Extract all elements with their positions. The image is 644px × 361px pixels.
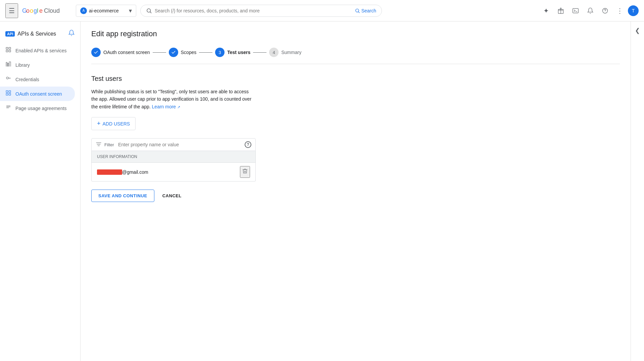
help-icon-button[interactable]: [598, 4, 612, 17]
search-bar: Search: [140, 5, 382, 17]
step-divider-2: [199, 52, 212, 53]
step3-label: Test users: [227, 50, 250, 55]
svg-text:Cloud: Cloud: [44, 7, 60, 14]
action-buttons: SAVE AND CONTINUE CANCEL: [91, 190, 620, 202]
main-content: Edit app registration OAuth consent scre…: [81, 21, 631, 361]
api-badge: API: [5, 31, 15, 37]
step-divider-1: [153, 52, 166, 53]
gift-icon: [557, 7, 564, 14]
add-users-label: ADD USERS: [103, 121, 130, 126]
svg-text:o: o: [30, 7, 33, 14]
cancel-button[interactable]: CANCEL: [160, 190, 184, 202]
oauth-icon: [5, 90, 11, 98]
stepper: OAuth consent screen Scopes 3 Test users: [91, 48, 620, 64]
filter-input[interactable]: [118, 142, 242, 147]
help-icon: [602, 7, 608, 14]
email-suffix: @gmail.com: [122, 169, 148, 175]
filter-lines-icon: [96, 142, 102, 147]
sidebar-bell-icon[interactable]: [68, 30, 75, 38]
step4-circle: 4: [269, 48, 279, 57]
table-header: User information: [92, 151, 255, 163]
top-nav: ☰ G o o g l e Cloud A ai-ecommerce ▾ Sea…: [0, 0, 644, 21]
svg-rect-19: [9, 50, 11, 52]
trash-icon: [242, 168, 248, 174]
svg-point-15: [605, 12, 605, 12]
check-icon: [94, 50, 98, 55]
enabled-icon: [5, 47, 11, 54]
filter-bar: Filter ?: [91, 138, 256, 151]
check-icon-2: [171, 50, 176, 55]
gift-icon-button[interactable]: [554, 4, 567, 17]
terminal-icon: [572, 7, 579, 14]
sidebar-header: API APIs & Services: [0, 27, 80, 43]
save-and-continue-button[interactable]: SAVE AND CONTINUE: [91, 190, 154, 202]
step1-circle: [91, 48, 101, 57]
collapse-icon: ❮: [635, 27, 640, 34]
search-button-icon: [355, 8, 360, 13]
sidebar-item-oauth[interactable]: OAuth consent screen: [0, 87, 75, 101]
svg-rect-12: [573, 8, 579, 13]
section-title: Test users: [91, 75, 620, 83]
project-dot: A: [80, 7, 87, 14]
sidebar-item-page-usage-label: Page usage agreements: [15, 106, 67, 111]
search-input[interactable]: [155, 8, 352, 13]
add-users-button[interactable]: + ADD USERS: [91, 117, 136, 130]
sidebar-item-library-label: Library: [15, 62, 30, 68]
step-oauth-consent: OAuth consent screen: [91, 48, 150, 57]
bell-icon-button[interactable]: [584, 4, 597, 17]
svg-rect-22: [9, 91, 11, 92]
help-circle-icon[interactable]: ?: [245, 141, 251, 148]
table-row: XXXXXXXX@gmail.com: [92, 163, 255, 181]
right-panel-toggle[interactable]: ❮: [631, 21, 644, 361]
svg-point-20: [6, 77, 8, 79]
google-cloud-svg: G o o g l e Cloud: [22, 7, 69, 14]
search-icon: [146, 8, 152, 14]
more-icon-button[interactable]: ⋮: [613, 4, 627, 17]
filter-icon: [96, 142, 102, 148]
svg-rect-16: [6, 47, 8, 49]
svg-rect-18: [6, 50, 8, 52]
sidebar-item-credentials[interactable]: Credentials: [0, 72, 75, 87]
sidebar-item-library[interactable]: Library: [0, 58, 75, 72]
terminal-icon-button[interactable]: [569, 4, 582, 17]
step1-label: OAuth consent screen: [103, 50, 150, 55]
svg-text:o: o: [26, 7, 30, 14]
star-icon-button[interactable]: ✦: [539, 4, 553, 17]
section-description: While publishing status is set to "Testi…: [91, 88, 256, 110]
search-button[interactable]: Search: [355, 8, 376, 13]
sidebar-item-page-usage[interactable]: Page usage agreements: [0, 101, 75, 115]
menu-icon[interactable]: ☰: [5, 3, 18, 18]
learn-more-link[interactable]: Learn more ↗: [152, 104, 180, 109]
user-table: User information XXXXXXXX@gmail.com: [91, 151, 256, 182]
sidebar-item-enabled[interactable]: Enabled APIs & services: [0, 43, 75, 58]
sidebar: API APIs & Services Enabled APIs & servi…: [0, 21, 81, 361]
app-layout: API APIs & Services Enabled APIs & servi…: [0, 21, 644, 361]
step-divider-3: [253, 52, 266, 53]
redacted-text: XXXXXXXX: [97, 169, 122, 175]
project-name: ai-ecommerce: [89, 8, 127, 13]
project-selector[interactable]: A ai-ecommerce ▾: [76, 5, 136, 17]
svg-rect-17: [9, 47, 11, 49]
step-scopes: Scopes: [169, 48, 197, 57]
step2-circle: [169, 48, 178, 57]
step3-circle: 3: [215, 48, 225, 57]
svg-rect-23: [6, 94, 8, 95]
google-cloud-logo: G o o g l e Cloud: [22, 7, 69, 14]
svg-rect-21: [6, 91, 8, 92]
library-icon: [5, 61, 11, 69]
svg-text:e: e: [39, 7, 43, 14]
chevron-down-icon: ▾: [129, 7, 132, 14]
sidebar-item-oauth-label: OAuth consent screen: [15, 91, 62, 97]
nav-icons: ✦: [539, 4, 639, 17]
sidebar-item-enabled-label: Enabled APIs & services: [15, 48, 67, 53]
delete-user-button[interactable]: [240, 166, 250, 178]
filter-label: Filter: [104, 142, 114, 147]
step-test-users: 3 Test users: [215, 48, 250, 57]
step4-label: Summary: [281, 50, 301, 55]
page-title: Edit app registration: [91, 30, 620, 38]
svg-rect-24: [9, 94, 11, 95]
credentials-icon: [5, 75, 11, 83]
avatar[interactable]: T: [628, 5, 639, 16]
svg-text:g: g: [34, 7, 37, 14]
email-cell: XXXXXXXX@gmail.com: [97, 169, 240, 175]
